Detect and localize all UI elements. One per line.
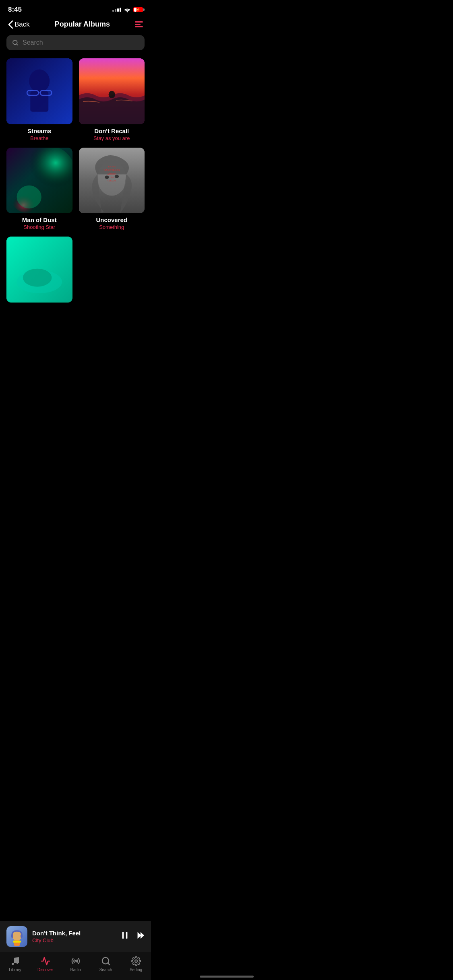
album-title-dont-recall: Don't Recall [79, 128, 145, 134]
album-card-uncovered[interactable]: SARA BAREILLES AMIDST THE CHAOS Uncovere… [79, 148, 145, 231]
svg-point-25 [23, 269, 52, 287]
album-card-man-of-dust[interactable]: Man of Dust Shooting Star [6, 148, 72, 231]
list-view-button[interactable] [135, 21, 143, 27]
album-card-streams[interactable]: Streams Breathe [6, 58, 72, 141]
svg-text:SARA: SARA [108, 165, 116, 168]
album-artist-man-of-dust: Shooting Star [6, 224, 72, 230]
back-button[interactable]: Back [8, 21, 30, 29]
signal-icon [112, 8, 121, 12]
album-artist-dont-recall: Stay as you are [79, 135, 145, 141]
nav-header: Back Popular Albums [0, 17, 151, 33]
svg-point-13 [17, 185, 41, 208]
svg-text:THE: THE [109, 176, 114, 178]
album-artist-streams: Breathe [6, 135, 72, 141]
status-icons: ⚡ [112, 7, 143, 12]
svg-text:CHAOS: CHAOS [108, 179, 116, 181]
svg-point-3 [29, 70, 50, 93]
svg-line-1 [17, 44, 18, 45]
album-title-streams: Streams [6, 128, 72, 134]
search-bar[interactable] [6, 35, 145, 50]
search-input[interactable] [23, 39, 139, 46]
svg-rect-4 [30, 91, 48, 112]
svg-point-9 [108, 91, 115, 98]
page-title: Popular Albums [30, 20, 135, 29]
svg-text:AMIDST: AMIDST [107, 173, 117, 175]
album-card-dont-recall[interactable]: Don't Recall Stay as you are [79, 58, 145, 141]
battery-icon: ⚡ [133, 7, 143, 12]
status-time: 8:45 [8, 6, 22, 14]
album-artist-uncovered: Something [79, 224, 145, 230]
album-card-fifth[interactable] [6, 237, 72, 306]
back-label: Back [14, 21, 30, 29]
album-art-fifth [6, 237, 72, 303]
album-title-uncovered: Uncovered [79, 216, 145, 223]
status-bar: 8:45 ⚡ [0, 0, 151, 17]
album-title-man-of-dust: Man of Dust [6, 216, 72, 223]
album-art-streams [6, 58, 72, 124]
albums-grid: Streams Breathe [0, 58, 151, 364]
svg-point-16 [105, 175, 109, 179]
search-icon [12, 39, 19, 46]
svg-text:BAREILLES: BAREILLES [103, 169, 120, 172]
album-art-dont-recall [79, 58, 145, 124]
back-chevron-icon [8, 21, 13, 29]
album-art-uncovered: SARA BAREILLES AMIDST THE CHAOS [79, 148, 145, 214]
album-art-man-of-dust [6, 148, 72, 214]
wifi-icon [124, 7, 131, 12]
svg-point-17 [114, 175, 118, 178]
